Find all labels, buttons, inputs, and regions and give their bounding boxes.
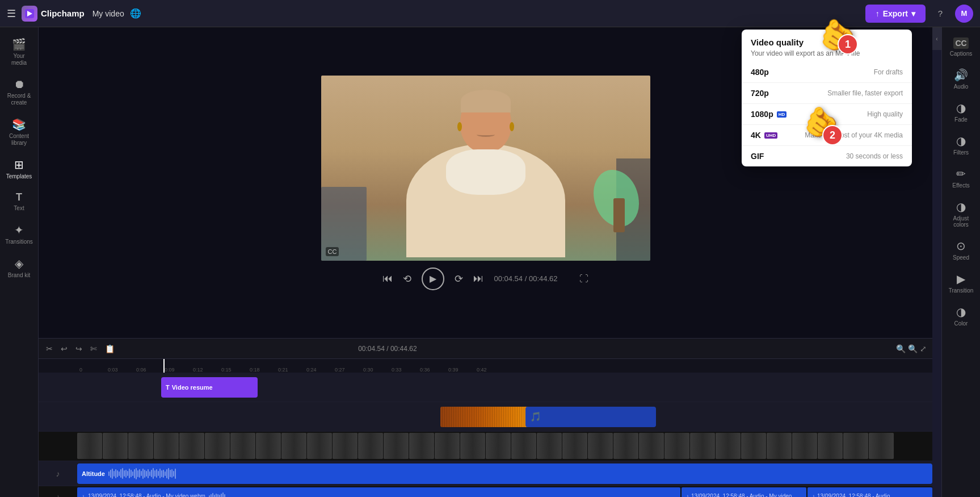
clip-video-icon: T [166,384,170,391]
cut-button[interactable]: ✄ [89,343,99,355]
clip-video-label: Video resume [172,384,213,391]
quality-option-1080p[interactable]: 1080p HD High quality [742,104,912,125]
menu-icon[interactable]: ☰ [7,7,16,20]
your-media-icon: 🎬 [12,37,26,51]
skip-to-end-button[interactable]: ⏭ [473,273,483,285]
filmstrip-frame [511,433,536,459]
ruler-tick-009: 0:09 [165,367,175,373]
filmstrip-frame [741,433,766,459]
adjust-colors-icon: ◑ [956,200,966,214]
project-name[interactable]: My video [92,9,124,18]
skip-to-start-button[interactable]: ⏮ [382,273,393,285]
filmstrip-frame [486,433,511,459]
help-button[interactable]: ? [931,5,949,23]
timeline-ruler: 0 0:03 0:06 0:09 0:12 0:15 0:18 0:21 0:2… [39,359,932,373]
timeline-area: ✂ ↩ ↪ ✄ 📋 00:04.54 / 00:44.62 🔍 🔍 ⤢ 0 0:… [39,338,932,497]
caption-toggle-button[interactable]: CC [326,247,339,256]
audio-track-bottom-3[interactable]: ♪ 13/09/2024, 12:58:48 - Audio [807,487,932,498]
filmstrip-frames [77,433,932,460]
audio-icon: 🔊 [954,68,968,82]
clip-blue[interactable]: 🎵 [525,407,656,427]
dropdown-subtitle: Your video will export as an MP4 file [751,49,903,57]
gif-label: GIF [751,152,764,161]
paste-button[interactable]: 📋 [103,343,116,355]
audio-track-3-label: 13/09/2024, 12:58:48 - Audio [817,493,890,497]
filmstrip-frame [307,433,332,459]
rewind-button[interactable]: ⟲ [403,273,411,285]
right-panel-speed[interactable]: ⊙ Speed [944,235,978,265]
color-label: Color [954,320,968,327]
time-display: 00:04.54 / 00:44.62 [494,274,557,283]
sidebar-item-record-create[interactable]: ⏺ Record & create [2,73,36,111]
speed-icon: ⊙ [956,239,966,253]
right-panel-filters[interactable]: ◑ Filters [944,130,978,160]
right-panel-audio[interactable]: 🔊 Audio [944,64,978,94]
right-panel-effects[interactable]: ✏ Effects [944,162,978,193]
filmstrip-frame [664,433,689,459]
dropdown-header: Video quality Your video will export as … [742,30,912,62]
play-pause-button[interactable]: ▶ [422,268,444,290]
undo-button[interactable]: ↩ [59,343,69,355]
audio-track-2-icon: ♪ [686,493,689,497]
ruler-tick-027: 0:27 [335,367,345,373]
sidebar-item-your-media[interactable]: 🎬 Your media [2,33,36,71]
export-button[interactable]: ↑ Export ▾ [865,5,926,23]
quality-option-gif[interactable]: GIF 30 seconds or less [742,146,912,166]
right-panel-fade[interactable]: ◑ Fade [944,97,978,127]
playhead[interactable] [163,359,165,373]
sidebar-item-transitions[interactable]: ✦ Transitions [2,219,36,250]
audio-icon-bottom: ♪ [56,493,60,498]
filters-icon: ◑ [956,134,966,148]
track-row-altitude-audio: ♪ Altitude [39,461,932,486]
app-name: Clipchamp [41,9,85,18]
quality-option-4k[interactable]: 4K UHD Make the most of your 4K media [742,125,912,146]
ruler-tick-0: 0 [79,367,82,373]
right-panel-transition[interactable]: ▶ Transition [944,268,978,298]
track-row-audio-bottom: ♪ ♪ 13/09/2024, 12:58:48 - Audio - My vi… [39,486,932,497]
fullscreen-button[interactable]: ⛶ [579,274,588,284]
export-chevron-icon: ▾ [911,9,915,18]
brand-kit-icon: ◈ [15,257,23,270]
ruler-tick-003: 0:03 [108,367,118,373]
filmstrip-frame [716,433,741,459]
sidebar-item-text[interactable]: T Text [2,187,36,216]
audio-note-icon: ♪ [56,469,60,478]
quality-option-480p[interactable]: 480p For drafts [742,62,912,83]
quality-option-720p[interactable]: 720p Smaller file, faster export [742,83,912,104]
current-time: 00:04.54 [494,274,523,283]
split-tool-button[interactable]: ✂ [44,343,54,355]
right-sidebar: CC Captions 🔊 Audio ◑ Fade ◑ Filters ✏ E… [941,27,980,497]
filmstrip-frame [179,433,204,459]
filmstrip-frame [281,433,306,459]
sidebar-item-content-library[interactable]: 📚 Content library [2,113,36,151]
audio-track-bottom-2[interactable]: ♪ 13/09/2024, 12:58:48 - Audio - My vide… [682,487,806,498]
quality-1080p-label: 1080p HD [751,110,786,119]
audio-track-bottom-1[interactable]: ♪ 13/09/2024, 12:58:48 - Audio - My vide… [77,487,680,498]
right-panel-adjust-colors[interactable]: ◑ Adjust colors [944,195,978,232]
sidebar-label-your-media: Your media [6,53,33,66]
zoom-out-button[interactable]: 🔍 [896,344,906,353]
right-panel-color[interactable]: ◑ Color [944,300,978,331]
dropdown-title: Video quality [751,37,903,47]
right-panel-captions[interactable]: CC Captions [944,33,978,61]
redo-button[interactable]: ↪ [74,343,84,355]
track-content-video-label: T Video resume [77,376,932,399]
cloud-sync-icon: 🌐 [130,8,141,19]
avatar[interactable]: M [955,5,973,23]
altitude-audio-clip[interactable]: Altitude [77,463,932,484]
collapse-panel-button[interactable]: ‹ [932,27,941,50]
zoom-in-button[interactable]: 🔍 [908,344,918,353]
clip-video-resume[interactable]: T Video resume [161,377,258,398]
forward-button[interactable]: ⟳ [455,273,463,285]
total-time: 00:44.62 [529,274,558,283]
filmstrip-frame [154,433,179,459]
sidebar-item-templates[interactable]: ⊞ Templates [2,153,36,185]
zoom-fit-button[interactable]: ⤢ [920,344,927,353]
sidebar-item-brand-kit[interactable]: ◈ Brand kit [2,252,36,283]
fade-label: Fade [954,116,968,123]
effects-icon: ✏ [956,167,966,181]
transitions-icon: ✦ [14,223,24,237]
ruler-tick-015: 0:15 [221,367,232,373]
ruler-tick-021: 0:21 [278,367,288,373]
export-label: Export [883,9,908,18]
